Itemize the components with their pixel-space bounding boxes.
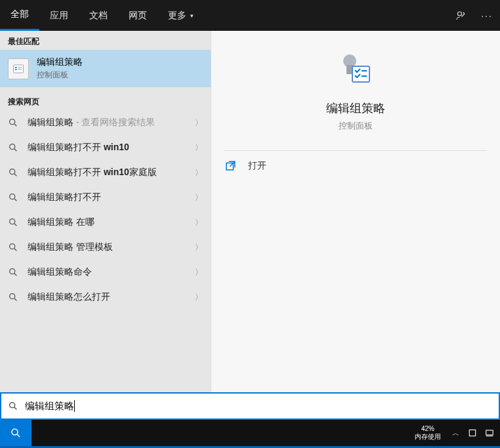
svg-line-17 [14,249,16,251]
svg-point-12 [10,194,15,199]
more-icon: ··· [481,10,493,21]
tab-apps[interactable]: 应用 [39,0,79,31]
memory-usage-indicator[interactable]: 42% 内存使用 [411,425,445,441]
search-icon [8,142,18,153]
svg-rect-4 [15,69,17,70]
svg-rect-5 [18,69,22,70]
chevron-right-icon: 〉 [195,267,203,278]
web-result-text: 编辑组策略打不开 [28,192,101,203]
svg-line-31 [17,434,20,437]
svg-point-6 [10,119,15,125]
top-tabs-bar: 全部 应用 文档 网页 更多 ▾ ··· [0,0,500,31]
memory-label: 内存使用 [415,433,441,441]
tab-more[interactable]: 更多 ▾ [157,0,204,31]
svg-point-30 [12,429,18,435]
web-result-6[interactable]: 编辑组策略命令 〉 [0,260,211,285]
svg-rect-3 [18,67,22,68]
web-result-0[interactable]: 编辑组策略 - 查看网络搜索结果 〉 [0,110,211,135]
chevron-down-icon: ▾ [190,12,194,19]
web-result-text: 编辑组策略 - 查看网络搜索结果 [28,117,155,129]
taskbar-tray: 42% 内存使用 ︿ [411,420,496,446]
memory-percent: 42% [415,425,441,433]
open-action[interactable]: 打开 [211,151,500,181]
search-icon [8,217,18,228]
web-result-2[interactable]: 编辑组策略打不开 win10家庭版 〉 [0,160,211,185]
svg-line-11 [14,174,16,176]
search-icon [10,427,22,439]
chevron-right-icon: 〉 [195,117,203,129]
tab-web[interactable]: 网页 [118,0,157,31]
search-input-value[interactable]: 编辑组策略 [25,400,74,413]
chevron-right-icon: 〉 [195,242,203,253]
svg-point-16 [10,244,15,249]
web-result-text: 编辑组策略 管理模板 [28,241,113,253]
taskbar-search-button[interactable] [0,420,31,446]
tab-all[interactable]: 全部 [0,0,39,31]
search-icon [8,167,18,178]
svg-point-20 [10,294,15,299]
best-match-subtitle: 控制面板 [37,70,83,81]
web-result-7[interactable]: 编辑组策略怎么打开 〉 [0,285,211,310]
best-match-text: 编辑组策略 控制面板 [37,56,83,81]
chevron-right-icon: 〉 [195,142,203,153]
section-web-search: 搜索网页 [0,91,211,110]
best-match-title: 编辑组策略 [37,56,83,68]
open-label: 打开 [248,160,266,172]
top-actions: ··· [448,0,500,31]
results-panel: 最佳匹配 编辑组策略 控制面板 搜索网页 编辑组策略 - 查看网络搜索结果 〉 … [0,31,211,392]
search-icon [8,117,18,128]
chevron-right-icon: 〉 [195,292,203,303]
web-result-5[interactable]: 编辑组策略 管理模板 〉 [0,235,211,260]
gpedit-large-icon [337,51,375,89]
open-icon [224,160,236,172]
svg-rect-24 [352,66,369,82]
search-icon [8,401,18,411]
text-cursor [74,400,75,412]
svg-rect-33 [486,430,493,435]
web-result-text: 编辑组策略怎么打开 [28,291,110,303]
svg-line-7 [14,124,16,126]
svg-point-10 [10,169,15,174]
svg-line-19 [14,274,16,275]
tray-icon-1[interactable] [466,420,479,446]
svg-line-15 [14,224,16,226]
tray-icon-2[interactable] [483,420,496,446]
preview-subtitle: 控制面板 [339,120,373,132]
svg-line-21 [14,298,16,300]
search-icon [8,192,18,203]
web-result-4[interactable]: 编辑组策略 在哪 〉 [0,210,211,235]
section-best-match: 最佳匹配 [0,31,211,50]
best-match-item[interactable]: 编辑组策略 控制面板 [0,50,211,87]
web-result-text: 编辑组策略打不开 win10 [28,142,129,153]
tab-documents[interactable]: 文档 [79,0,118,31]
svg-line-9 [14,149,16,151]
more-options-button[interactable]: ··· [474,0,500,31]
preview-title: 编辑组策略 [326,100,385,116]
tray-chevron-up[interactable]: ︿ [449,420,462,446]
app-tray-icon [468,428,477,438]
svg-point-8 [10,144,15,150]
svg-point-14 [10,219,15,224]
web-result-1[interactable]: 编辑组策略打不开 win10 〉 [0,135,211,160]
feedback-button[interactable] [448,0,474,31]
feedback-icon [455,10,467,22]
svg-point-28 [10,403,15,408]
gpedit-icon [8,58,29,79]
web-result-3[interactable]: 编辑组策略打不开 〉 [0,185,211,210]
chevron-right-icon: 〉 [195,167,203,178]
search-bar[interactable]: 编辑组策略 [0,392,500,420]
svg-line-29 [14,407,16,409]
svg-rect-32 [469,430,475,436]
chevron-up-icon: ︿ [452,428,459,438]
tabs-container: 全部 应用 文档 网页 更多 ▾ [0,0,204,31]
tab-more-label: 更多 [168,10,186,22]
main-area: 最佳匹配 编辑组策略 控制面板 搜索网页 编辑组策略 - 查看网络搜索结果 〉 … [0,31,500,392]
preview-header: 编辑组策略 控制面板 [211,51,500,132]
svg-line-13 [14,199,16,201]
web-result-text: 编辑组策略命令 [28,266,92,278]
web-result-text: 编辑组策略打不开 win10家庭版 [28,167,157,178]
chevron-right-icon: 〉 [195,217,203,228]
preview-panel: 编辑组策略 控制面板 打开 [211,31,500,392]
app-tray-icon [485,428,494,438]
svg-rect-2 [15,67,17,68]
